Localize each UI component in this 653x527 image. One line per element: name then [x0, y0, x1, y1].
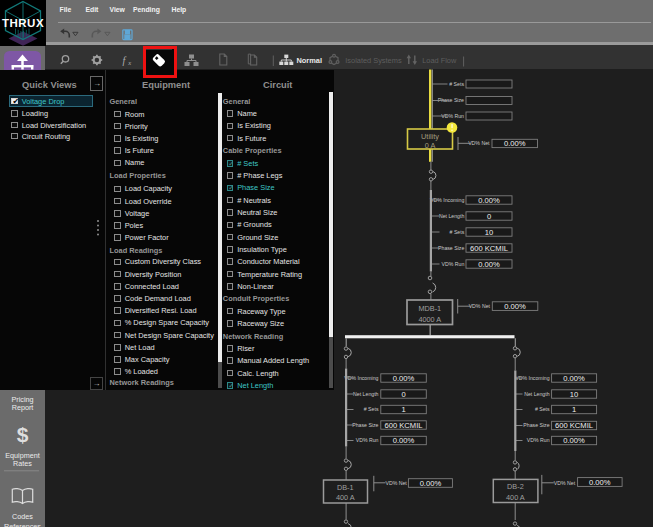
svg-text:VD% Run: VD% Run	[527, 437, 550, 443]
svg-text:References: References	[4, 522, 41, 527]
svg-text:0.00%: 0.00%	[563, 436, 585, 445]
svg-text:VD% Net: VD% Net	[554, 480, 576, 486]
svg-text:DB-2: DB-2	[507, 482, 524, 491]
svg-text:400 A: 400 A	[336, 493, 355, 502]
svg-text:0.00%: 0.00%	[563, 374, 585, 383]
svg-text:VD% Run: VD% Run	[442, 261, 465, 267]
svg-text:Rates: Rates	[13, 459, 32, 468]
svg-text:Phase Size: Phase Size	[523, 422, 549, 428]
svg-text:VD% Run: VD% Run	[356, 437, 379, 443]
svg-text:VD% Net: VD% Net	[385, 480, 407, 486]
svg-text:Isolated Systems: Isolated Systems	[345, 56, 402, 65]
svg-text:0.00%: 0.00%	[420, 479, 442, 488]
svg-text:Codes: Codes	[12, 512, 33, 521]
svg-text:f: f	[123, 55, 127, 66]
svg-text:Net Length: Net Length	[524, 391, 549, 397]
svg-text:600 KCMIL: 600 KCMIL	[470, 244, 508, 253]
svg-text:x: x	[127, 59, 131, 66]
svg-text:0: 0	[401, 390, 405, 399]
svg-text:# Sets: # Sets	[449, 81, 464, 87]
svg-text:0.00%: 0.00%	[504, 139, 526, 148]
svg-text:DB-1: DB-1	[337, 483, 354, 492]
svg-text:400 A: 400 A	[506, 493, 525, 502]
svg-text:# Sets: # Sets	[364, 406, 379, 412]
svg-text:Phase Size: Phase Size	[352, 422, 378, 428]
svg-text:0: 0	[487, 212, 491, 221]
svg-text:$: $	[17, 423, 29, 446]
svg-text:Report: Report	[12, 403, 34, 412]
svg-text:VD% Net: VD% Net	[469, 303, 491, 309]
svg-text:10: 10	[485, 228, 493, 237]
svg-text:1: 1	[401, 405, 405, 414]
svg-text:600 KCMIL: 600 KCMIL	[385, 421, 423, 430]
svg-text:MDB-1: MDB-1	[418, 304, 441, 313]
svg-text:0.00%: 0.00%	[504, 302, 526, 311]
svg-text:Phase Size: Phase Size	[438, 245, 464, 251]
svg-text:Load Flow: Load Flow	[422, 56, 457, 65]
svg-text:# Sets: # Sets	[535, 406, 550, 412]
svg-text:0.00%: 0.00%	[478, 196, 500, 205]
svg-text:600 KCMIL: 600 KCMIL	[555, 421, 593, 430]
svg-text:0.00%: 0.00%	[589, 478, 611, 487]
svg-text:THRUX: THRUX	[2, 17, 44, 29]
svg-text:0.00%: 0.00%	[393, 436, 415, 445]
svg-text:Net Length: Net Length	[439, 213, 464, 219]
svg-text:VD% Net: VD% Net	[468, 140, 490, 146]
svg-text:0 A: 0 A	[425, 141, 436, 150]
svg-text:4000 A: 4000 A	[418, 315, 441, 324]
svg-text:Net Length: Net Length	[353, 391, 378, 397]
svg-text:1: 1	[572, 405, 576, 414]
svg-text:0.00%: 0.00%	[393, 374, 415, 383]
svg-text:10: 10	[570, 390, 578, 399]
svg-text:0.00%: 0.00%	[478, 260, 500, 269]
svg-text:Normal: Normal	[297, 56, 322, 65]
svg-text:# Sets: # Sets	[450, 229, 465, 235]
